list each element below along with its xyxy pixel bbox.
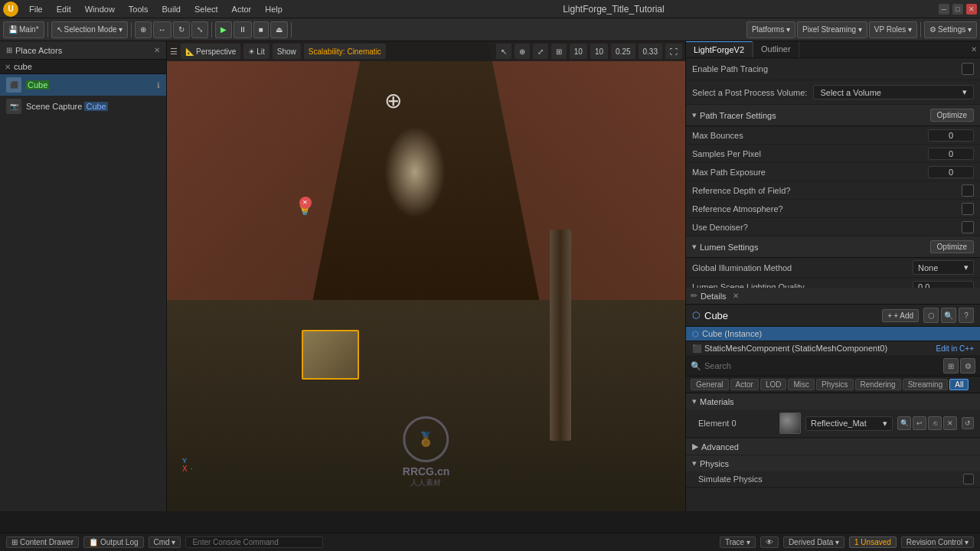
trace-button[interactable]: Trace ▾ <box>720 536 756 548</box>
actor-item-cube[interactable]: ⬛ Cube ℹ <box>0 74 166 96</box>
use-denoiser-checkbox[interactable] <box>962 221 974 233</box>
menu-edit[interactable]: Edit <box>51 3 77 15</box>
mat-clear-btn[interactable]: ✕ <box>943 416 957 430</box>
save-button[interactable]: 💾 Main* <box>3 21 44 38</box>
actor-item-scene-capture[interactable]: 📷 Scene Capture Cube <box>0 96 166 117</box>
details-close-button[interactable]: ✕ <box>733 292 739 300</box>
viewport-val1[interactable]: 0.25 <box>611 44 635 59</box>
console-input[interactable] <box>185 536 323 548</box>
revision-control-button[interactable]: Revision Control ▾ <box>901 536 974 548</box>
viewport[interactable]: 💡 ✕ ☰ 📐 Perspective ☀ Lit Show Scalabili… <box>167 41 685 511</box>
actor-search-input[interactable] <box>14 62 162 71</box>
reference-dof-checkbox[interactable] <box>962 184 974 197</box>
mat-reset-btn[interactable]: ↺ <box>962 417 974 429</box>
reference-atmosphere-checkbox[interactable] <box>962 203 974 215</box>
rotate-tool[interactable]: ↻ <box>173 21 190 38</box>
transform-tool[interactable]: ⊕ <box>135 21 152 38</box>
detail-help-btn[interactable]: ? <box>959 308 974 323</box>
settings-button[interactable]: ⚙ Settings ▾ <box>924 21 977 38</box>
filter-physics[interactable]: Physics <box>816 379 853 390</box>
max-bounces-value[interactable]: 0 <box>928 129 974 142</box>
materials-section-header[interactable]: ▾ Materials <box>686 393 980 409</box>
select-volume-dropdown[interactable]: Select a Volume ▾ <box>813 85 974 99</box>
filter-general[interactable]: General <box>691 379 729 390</box>
menu-select[interactable]: Select <box>188 3 224 15</box>
viewport-grid-button[interactable]: ⊞ <box>551 44 567 59</box>
platforms-button[interactable]: Platforms ▾ <box>746 21 795 38</box>
filter-lod[interactable]: LOD <box>760 379 787 390</box>
mat-use-selected-btn[interactable]: ↩ <box>913 416 926 430</box>
physics-section-header[interactable]: ▾ Physics <box>686 455 980 471</box>
lit-button[interactable]: ☀ Lit <box>243 44 270 59</box>
simulate-physics-checkbox[interactable] <box>963 474 974 484</box>
filter-actor[interactable]: Actor <box>730 379 759 390</box>
menu-actor[interactable]: Actor <box>226 3 258 15</box>
menu-file[interactable]: File <box>23 3 49 15</box>
menu-help[interactable]: Help <box>259 3 289 15</box>
detail-blueprint-btn[interactable]: ⬡ <box>923 308 939 323</box>
optimize2-button[interactable]: Optimize <box>930 240 974 253</box>
filter-rendering[interactable]: Rendering <box>855 379 901 390</box>
cmd-button[interactable]: Cmd ▾ <box>149 536 181 548</box>
viewport-coord1[interactable]: 10 <box>570 44 587 59</box>
tab-outliner[interactable]: Outliner <box>753 41 799 57</box>
component-instance-row[interactable]: ⬡ Cube (Instance) <box>686 327 980 341</box>
add-component-button[interactable]: + + Add <box>882 309 919 322</box>
viewport-menu-icon[interactable]: ☰ <box>170 47 178 57</box>
max-path-exposure-value[interactable]: 0 <box>928 166 974 178</box>
info-icon[interactable]: ℹ <box>157 81 160 90</box>
maximize-button[interactable]: □ <box>952 4 963 15</box>
perspective-button[interactable]: 📐 Perspective <box>181 44 240 59</box>
details-search-input[interactable] <box>704 361 940 370</box>
viewport-add-button[interactable]: ⊕ <box>514 44 530 59</box>
derived-data-button[interactable]: Derived Data ▾ <box>783 536 844 548</box>
component-static-mesh-row[interactable]: ⬛ StaticMeshComponent (StaticMeshCompone… <box>686 341 980 356</box>
viewport-coord2[interactable]: 10 <box>590 44 608 59</box>
eject-button[interactable]: ⏏ <box>270 21 288 38</box>
transform-gizmo[interactable]: ⊕ <box>384 88 402 113</box>
viewport-fullscreen-button[interactable]: ⛶ <box>665 44 682 59</box>
filter-misc[interactable]: Misc <box>788 379 815 390</box>
optimize-button[interactable]: Optimize <box>930 109 974 122</box>
tab-lightforge[interactable]: LightForgeV2 <box>686 41 753 57</box>
optimize2-btn[interactable]: Optimize <box>930 240 974 253</box>
menu-build[interactable]: Build <box>156 3 187 15</box>
lumen-quality-value[interactable]: 0.0 <box>913 281 974 289</box>
samples-per-pixel-value[interactable]: 0 <box>928 148 974 160</box>
search-option-1[interactable]: ⊞ <box>943 358 959 373</box>
panel-close-button[interactable]: ✕ <box>154 46 160 54</box>
content-drawer-button[interactable]: ⊞ Content Drawer <box>6 536 79 548</box>
pixel-streaming-button[interactable]: Pixel Streaming ▾ <box>797 21 867 38</box>
eye-button[interactable]: 👁 <box>760 536 779 548</box>
play-button[interactable]: ▶ <box>215 21 232 38</box>
viewport-transform-button[interactable]: ⤢ <box>533 44 548 59</box>
vp-roles-button[interactable]: VP Roles ▾ <box>869 21 917 38</box>
menu-window[interactable]: Window <box>79 3 121 15</box>
mat-browse-btn[interactable]: 🔍 <box>897 416 911 430</box>
filter-all[interactable]: All <box>949 379 969 390</box>
move-tool[interactable]: ↔ <box>153 21 172 38</box>
scalability-button[interactable]: Scalability: Cinematic <box>304 44 386 59</box>
pause-button[interactable]: ⏸ <box>234 21 252 38</box>
global-illumination-dropdown[interactable]: None ▾ <box>913 260 974 275</box>
enable-path-tracing-checkbox[interactable] <box>962 63 974 75</box>
filter-streaming[interactable]: Streaming <box>903 379 949 390</box>
selection-mode-button[interactable]: ↖ Selection Mode ▾ <box>51 21 128 38</box>
material-dropdown[interactable]: Reflective_Mat ▾ <box>805 416 893 431</box>
optimize-btn[interactable]: Optimize <box>930 109 974 122</box>
edit-cpp-link[interactable]: Edit in C++ <box>936 344 974 353</box>
mat-open-btn[interactable]: ⎋ <box>928 416 942 430</box>
minimize-button[interactable]: ─ <box>939 4 949 15</box>
advanced-section-header[interactable]: ▶ Advanced <box>686 439 980 455</box>
search-clear-icon[interactable]: ✕ <box>5 63 11 71</box>
scale-tool[interactable]: ⤡ <box>191 21 208 38</box>
show-button[interactable]: Show <box>273 44 301 59</box>
stop-button[interactable]: ■ <box>253 21 269 38</box>
viewport-snap-button[interactable]: ↖ <box>496 44 511 59</box>
search-option-2[interactable]: ⚙ <box>960 358 975 373</box>
close-button[interactable]: ✕ <box>966 4 977 15</box>
menu-tools[interactable]: Tools <box>122 3 155 15</box>
viewport-val2[interactable]: 0.33 <box>639 44 662 59</box>
detail-find-btn[interactable]: 🔍 <box>941 308 956 323</box>
close-tab-icon[interactable]: ✕ <box>968 41 980 57</box>
